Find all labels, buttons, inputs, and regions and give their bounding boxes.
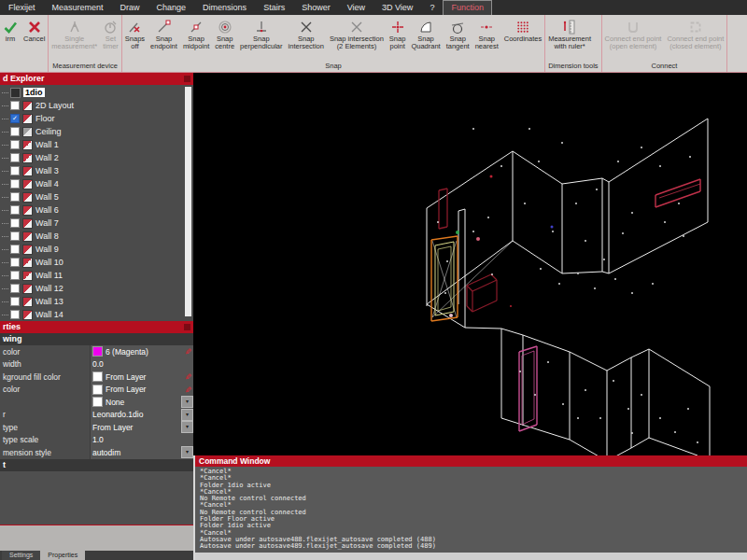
visibility-checkbox[interactable] xyxy=(10,153,20,162)
command-window-header[interactable]: Command Window xyxy=(195,455,747,467)
snap-button[interactable]: Snap nearest xyxy=(472,15,501,50)
visibility-checkbox[interactable] xyxy=(10,140,20,149)
snap-button[interactable]: Snap perpendicular xyxy=(237,15,285,50)
drawing-canvas[interactable] xyxy=(193,73,747,455)
snap-button[interactable]: Snap point xyxy=(387,15,409,50)
snap-button[interactable]: Snap centre xyxy=(212,15,237,50)
visibility-checkbox[interactable] xyxy=(10,218,20,228)
measurement-button[interactable]: Measurement with ruler* xyxy=(545,15,594,50)
edit-pen-icon[interactable]: ✎ xyxy=(183,348,191,356)
visibility-checkbox[interactable] xyxy=(10,310,20,319)
layer-icon xyxy=(22,271,33,281)
visibility-checkbox[interactable]: ✓ xyxy=(10,114,20,123)
tree-item-2d-layout[interactable]: 2D Layout xyxy=(2,99,193,112)
dropdown-button[interactable]: ▾ xyxy=(181,421,193,433)
visibility-checkbox[interactable] xyxy=(10,179,20,189)
menu-item-draw[interactable]: Draw xyxy=(112,0,148,15)
tab-properties[interactable]: Properties xyxy=(40,551,85,560)
measured-point xyxy=(641,394,642,396)
menu-item-flexijet[interactable]: Flexijet xyxy=(0,0,44,15)
visibility-checkbox[interactable] xyxy=(10,271,20,280)
wireframe-edge xyxy=(562,178,602,184)
tree-item-wall-2[interactable]: Wall 2 xyxy=(2,151,193,164)
snap-button[interactable]: Snap endpoint xyxy=(148,15,180,50)
scrollbar-thumb[interactable] xyxy=(185,87,191,316)
connect-closed-icon xyxy=(688,18,703,35)
tree-item-ceiling[interactable]: Ceiling xyxy=(2,125,193,138)
visibility-checkbox[interactable] xyxy=(10,205,20,215)
layer-icon xyxy=(22,297,33,307)
wireframe-edge xyxy=(467,286,472,291)
visibility-checkbox[interactable] xyxy=(10,127,20,136)
panel-pin-icon[interactable] xyxy=(184,324,190,330)
snaps-button[interactable]: Snaps off xyxy=(122,15,148,50)
tab-settings[interactable]: Settings xyxy=(2,551,40,560)
menu-item-view[interactable]: View xyxy=(339,0,374,15)
command-input-line[interactable] xyxy=(195,553,747,560)
visibility-checkbox[interactable] xyxy=(10,166,20,175)
wireframe-edge xyxy=(602,272,609,273)
wireframe-edge xyxy=(655,179,700,195)
tree-item-wall-13[interactable]: Wall 13 xyxy=(2,295,193,308)
tree-item-wall-3[interactable]: Wall 3 xyxy=(2,164,193,177)
explorer-panel-header: d Explorer xyxy=(0,73,193,85)
tree-item-wall-12[interactable]: Wall 12 xyxy=(2,282,193,295)
edit-pen-icon[interactable]: ✎ xyxy=(183,373,191,381)
measured-point xyxy=(529,128,530,130)
snap-button[interactable]: Snap midpoint xyxy=(180,15,212,50)
explorer-scrollbar[interactable] xyxy=(185,87,191,316)
dropdown-button[interactable]: ▾ xyxy=(181,396,193,408)
dropdown-button[interactable]: ▾ xyxy=(181,446,193,458)
menu-item-shower[interactable]: Shower xyxy=(293,0,339,15)
command-log[interactable]: *Cancel**Cancel*Folder 1dio active*Cance… xyxy=(195,467,747,553)
tree-item-wall-11[interactable]: Wall 11 xyxy=(2,269,193,282)
visibility-checkbox[interactable] xyxy=(10,231,20,241)
visibility-checkbox[interactable] xyxy=(10,245,20,254)
menu-item-measurement[interactable]: Measurement xyxy=(44,0,112,15)
menu-item-dimensions[interactable]: Dimensions xyxy=(194,0,255,15)
layer-icon xyxy=(22,218,33,229)
left-panel: d Explorer 1dio2D Layout✓FloorCeilingWal… xyxy=(0,73,193,560)
menu-item-change[interactable]: Change xyxy=(148,0,195,15)
menu-item-stairs[interactable]: Stairs xyxy=(255,0,293,15)
tree-item-wall-6[interactable]: Wall 6 xyxy=(2,203,193,217)
snap-perpendicular-icon xyxy=(254,18,269,35)
tree-item-wall-10[interactable]: Wall 10 xyxy=(2,256,193,269)
tree-item-floor[interactable]: ✓Floor xyxy=(2,112,193,125)
visibility-checkbox[interactable] xyxy=(10,284,20,293)
tree-item-wall-4[interactable]: Wall 4 xyxy=(2,177,193,190)
coordinates-button[interactable]: Coordinates xyxy=(501,15,544,43)
irm-button[interactable]: irm xyxy=(0,15,21,43)
tree-item-wall-1[interactable]: Wall 1 xyxy=(2,138,193,151)
snap-intersection-button[interactable]: Snap intersection (2 Elements) xyxy=(327,15,387,50)
snap-midpoint-icon xyxy=(189,18,204,35)
visibility-checkbox[interactable] xyxy=(10,297,20,306)
snap-button[interactable]: Snap intersection xyxy=(286,15,327,50)
layer-icon xyxy=(22,310,33,320)
wireframe-edge xyxy=(631,349,649,357)
snap-button[interactable]: Snap Quadrant xyxy=(408,15,443,50)
wireframe-edge xyxy=(570,440,607,455)
edit-pen-icon[interactable]: ✎ xyxy=(183,385,191,393)
visibility-checkbox[interactable] xyxy=(10,192,20,202)
tree-item-wall-8[interactable]: Wall 8 xyxy=(2,230,193,243)
visibility-checkbox[interactable] xyxy=(10,258,20,267)
dropdown-button[interactable]: ▾ xyxy=(181,409,193,421)
layer-icon xyxy=(22,245,33,255)
menu-item-function[interactable]: Function xyxy=(443,0,492,15)
wireframe-edge xyxy=(631,438,649,448)
tree-item-wall-14[interactable]: Wall 14 xyxy=(2,308,193,321)
snap-button[interactable]: Snap tangent xyxy=(444,15,472,50)
tree-item-wall-5[interactable]: Wall 5 xyxy=(2,190,193,203)
property-row-type-scale: type scale1.0 xyxy=(0,434,193,447)
tree-item-wall-7[interactable]: Wall 7 xyxy=(2,217,193,230)
visibility-checkbox[interactable] xyxy=(10,101,20,110)
wireframe-edge xyxy=(458,209,465,211)
tree-item-1dio[interactable]: 1dio xyxy=(2,86,193,99)
menu-item-3d-view[interactable]: 3D View xyxy=(374,0,421,15)
tree-item-wall-9[interactable]: Wall 9 xyxy=(2,243,193,256)
panel-pin-icon[interactable] xyxy=(184,76,190,82)
cancel-button[interactable]: Cancel xyxy=(21,15,48,43)
menu-item-help[interactable]: ? xyxy=(421,0,443,15)
3d-wireframe-view[interactable] xyxy=(193,73,747,455)
